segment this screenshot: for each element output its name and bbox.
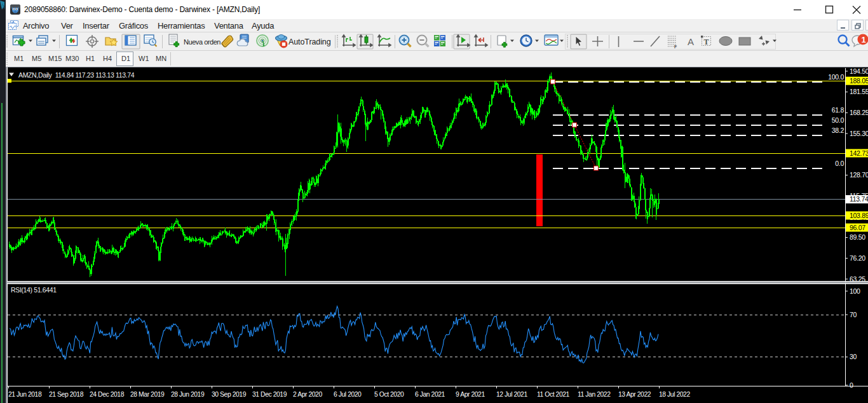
svg-text:AutoTrading: AutoTrading: [288, 38, 331, 46]
svg-text:21 Sep 2018: 21 Sep 2018: [49, 391, 84, 398]
svg-text:70: 70: [850, 311, 857, 318]
svg-text:188.05: 188.05: [850, 77, 868, 85]
svg-text:21 Jun 2018: 21 Jun 2018: [8, 391, 42, 398]
svg-text:89.50: 89.50: [850, 233, 865, 241]
svg-text:13 Apr 2022: 13 Apr 2022: [618, 391, 651, 398]
svg-text:181.55: 181.55: [850, 88, 868, 95]
svg-text:0: 0: [850, 381, 853, 389]
svg-text:63.25: 63.25: [850, 275, 865, 283]
svg-text:AMZN,Daily 114.84 117.23 113.: AMZN,Daily 114.84 117.23 113.13 113.74: [18, 71, 135, 79]
svg-text:RSI(14) 51.6441: RSI(14) 51.6441: [11, 286, 57, 294]
svg-text:5 Oct 2020: 5 Oct 2020: [374, 391, 404, 398]
svg-text:142.73: 142.73: [850, 149, 868, 157]
svg-text:30: 30: [850, 353, 857, 360]
svg-text:31 Dec 2019: 31 Dec 2019: [252, 391, 287, 398]
svg-text:76.20: 76.20: [850, 254, 865, 262]
svg-text:24 Dec 2018: 24 Dec 2018: [90, 391, 125, 398]
svg-text:F: F: [674, 44, 677, 49]
svg-text:168.25: 168.25: [850, 109, 868, 116]
svg-text:28 Jun 2019: 28 Jun 2019: [171, 391, 205, 398]
svg-text:28 Mar 2019: 28 Mar 2019: [130, 391, 165, 398]
svg-text:9 Apr 2021: 9 Apr 2021: [456, 391, 485, 398]
svg-text:155.30: 155.30: [850, 130, 868, 137]
svg-text:194.50: 194.50: [850, 67, 868, 75]
svg-text:100: 100: [850, 287, 860, 295]
svg-text:2 Apr 2020: 2 Apr 2020: [293, 391, 322, 398]
svg-text:50.0: 50.0: [832, 116, 844, 124]
svg-text:12 Jul 2021: 12 Jul 2021: [496, 391, 527, 398]
svg-text:11 Oct 2021: 11 Oct 2021: [537, 391, 570, 398]
svg-text:11 Jan 2022: 11 Jan 2022: [578, 391, 611, 398]
svg-text:61.8: 61.8: [832, 106, 844, 114]
svg-text:128.70: 128.70: [850, 171, 868, 179]
svg-text:96.07: 96.07: [850, 224, 865, 231]
svg-text:0.0: 0.0: [835, 160, 844, 167]
svg-text:6 Jul 2020: 6 Jul 2020: [334, 391, 362, 398]
svg-text:103.89: 103.89: [850, 212, 868, 219]
svg-text:30 Sep 2019: 30 Sep 2019: [212, 391, 247, 398]
svg-text:A: A: [688, 36, 694, 47]
svg-text:18 Jul 2022: 18 Jul 2022: [659, 391, 690, 398]
svg-text:1: 1: [862, 35, 866, 44]
svg-text:100.0: 100.0: [828, 73, 844, 81]
svg-text:6 Jan 2021: 6 Jan 2021: [415, 391, 445, 398]
svg-text:Nueva orden: Nueva orden: [184, 38, 220, 46]
svg-text:38.2: 38.2: [832, 126, 844, 134]
svg-text:T: T: [704, 38, 709, 46]
svg-text:113.74: 113.74: [850, 195, 868, 203]
